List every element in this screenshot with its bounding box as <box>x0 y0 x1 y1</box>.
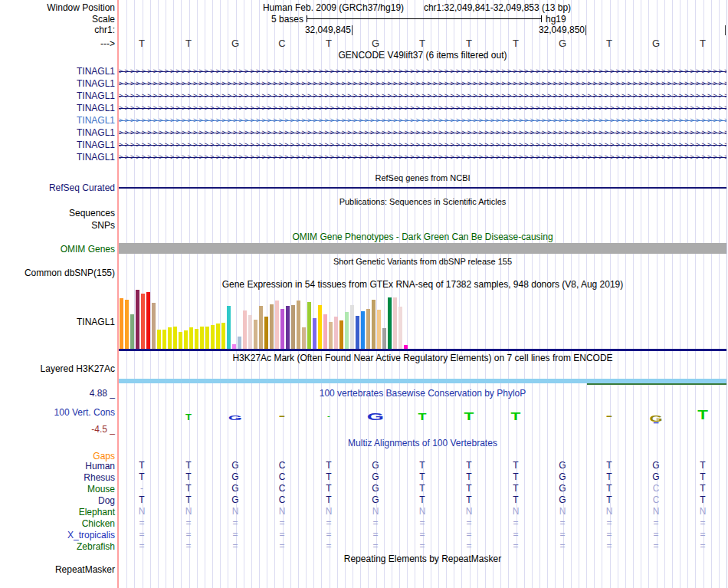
gtex-tissue-bar[interactable] <box>372 300 375 349</box>
gtex-tissue-bar[interactable] <box>302 327 306 349</box>
gtex-tissue-bar[interactable] <box>168 327 172 349</box>
gtex-tissue-bar[interactable] <box>179 332 182 349</box>
gencode-transcript-row[interactable]: >>>>>>>>>>>>>>>>>>>>>>>>>>>>>>>>>>>>>>>>… <box>119 80 726 88</box>
track-label-tinagl1[interactable]: TINAGL1 <box>77 152 115 163</box>
gtex-tissue-bar[interactable] <box>189 327 193 349</box>
gtex-tissue-bar[interactable] <box>120 298 123 349</box>
track-label-tinagl1[interactable]: TINAGL1 <box>77 127 115 138</box>
gtex-tissue-bar[interactable] <box>248 315 252 349</box>
omim-gene-bar[interactable] <box>119 243 726 254</box>
gtex-tissue-bar[interactable] <box>211 325 215 349</box>
gtex-tissue-bar[interactable] <box>323 314 327 349</box>
gtex-tissue-bar[interactable] <box>345 312 349 349</box>
species-label-chicken[interactable]: Chicken <box>82 518 115 529</box>
alignment-base: G <box>633 461 679 471</box>
gtex-tissue-bar[interactable] <box>350 305 354 349</box>
gtex-tissue-bar[interactable] <box>162 330 166 349</box>
alignment-base: G <box>212 472 258 482</box>
gtex-tissue-bar[interactable] <box>398 307 402 349</box>
gtex-tissue-bar[interactable] <box>221 323 225 349</box>
gtex-tissue-bar[interactable] <box>125 300 129 349</box>
track-label-tinagl1[interactable]: TINAGL1 <box>77 140 115 150</box>
transcript-arrows: >>>>>>>>>>>>>>>>>>>>>>>>>>>>>>>>>>>>>>>>… <box>119 92 726 100</box>
gtex-tissue-bar[interactable] <box>136 290 139 349</box>
gtex-tissue-bar[interactable] <box>334 317 338 349</box>
species-label-zebrafish[interactable]: Zebrafish <box>77 541 115 552</box>
gtex-tissue-bar[interactable] <box>388 297 392 349</box>
genome-label: hg19 <box>546 14 566 25</box>
species-label-rhesus[interactable]: Rhesus <box>84 472 115 483</box>
gtex-tissue-bar[interactable] <box>195 329 198 349</box>
gtex-tissue-bar[interactable] <box>313 318 316 349</box>
track-label-gaps[interactable]: Gaps <box>93 451 115 462</box>
refseq-gene-bar[interactable] <box>119 187 726 189</box>
gtex-tissue-bar[interactable] <box>318 305 322 349</box>
gtex-tissue-bar[interactable] <box>291 305 295 349</box>
track-label-tinagl1[interactable]: TINAGL1 <box>77 103 115 113</box>
alignment-base: T <box>166 461 212 471</box>
alignment-base: T <box>586 472 632 482</box>
gtex-tissue-bar[interactable] <box>382 328 386 349</box>
species-label-human[interactable]: Human <box>85 461 115 471</box>
gencode-transcript-row[interactable]: >>>>>>>>>>>>>>>>>>>>>>>>>>>>>>>>>>>>>>>>… <box>119 153 726 162</box>
species-label-dog[interactable]: Dog <box>98 495 115 506</box>
gtex-tissue-bar[interactable] <box>130 314 134 349</box>
gtex-tissue-bar[interactable] <box>173 327 177 349</box>
track-label-repeatmasker[interactable]: RepeatMasker <box>55 564 115 575</box>
track-label-gtex-tinagl1[interactable]: TINAGL1 <box>77 317 115 327</box>
gtex-tissue-bar[interactable] <box>200 327 204 349</box>
track-label-common-dbsnp[interactable]: Common dbSNP(155) <box>25 268 115 278</box>
gtex-tissue-bar[interactable] <box>157 330 161 349</box>
track-label-tinagl1[interactable]: TINAGL1 <box>77 78 115 89</box>
gtex-tissue-bar[interactable] <box>270 304 274 349</box>
track-label-layered-h3k27ac[interactable]: Layered H3K27Ac <box>41 363 115 374</box>
gtex-tissue-bar[interactable] <box>238 337 241 349</box>
gtex-tissue-bar[interactable] <box>280 309 284 349</box>
transcript-arrows: >>>>>>>>>>>>>>>>>>>>>>>>>>>>>>>>>>>>>>>>… <box>119 141 726 149</box>
species-label-elephant[interactable]: Elephant <box>79 507 115 517</box>
gtex-tissue-bar[interactable] <box>356 316 359 349</box>
alignment-base: C <box>633 495 679 505</box>
gtex-tissue-bar[interactable] <box>393 297 397 349</box>
alignment-base: = <box>586 518 632 528</box>
track-label-100-vert-cons[interactable]: 100 Vert. Cons <box>54 407 115 418</box>
gtex-tissue-bar[interactable] <box>297 301 300 349</box>
track-label-tinagl1[interactable]: TINAGL1 <box>77 115 115 126</box>
gtex-tissue-bar[interactable] <box>141 294 145 349</box>
gtex-tissue-bar[interactable] <box>307 302 311 349</box>
gtex-tissue-bar[interactable] <box>377 310 381 349</box>
gtex-tissue-bar[interactable] <box>286 306 290 349</box>
gtex-tissue-bar[interactable] <box>184 330 188 349</box>
gencode-transcript-row[interactable]: >>>>>>>>>>>>>>>>>>>>>>>>>>>>>>>>>>>>>>>>… <box>119 129 726 137</box>
gencode-transcript-row[interactable]: >>>>>>>>>>>>>>>>>>>>>>>>>>>>>>>>>>>>>>>>… <box>119 92 726 100</box>
gtex-tissue-bar[interactable] <box>227 306 231 349</box>
genome-browser-image[interactable]: Window Position Human Feb. 2009 (GRCh37/… <box>0 0 728 588</box>
gencode-transcript-row[interactable]: >>>>>>>>>>>>>>>>>>>>>>>>>>>>>>>>>>>>>>>>… <box>119 104 726 113</box>
track-label-sequences[interactable]: Sequences <box>69 208 115 218</box>
species-label-x_tropicalis[interactable]: X_tropicalis <box>67 530 115 540</box>
track-label-tinagl1[interactable]: TINAGL1 <box>77 90 115 101</box>
gtex-tissue-bar[interactable] <box>329 322 333 349</box>
gtex-tissue-bar[interactable] <box>146 292 150 349</box>
gencode-transcript-row[interactable]: >>>>>>>>>>>>>>>>>>>>>>>>>>>>>>>>>>>>>>>>… <box>119 141 726 149</box>
gtex-tissue-bar[interactable] <box>243 310 247 349</box>
gtex-tissue-bar[interactable] <box>264 317 268 349</box>
gtex-tissue-bar[interactable] <box>361 311 365 349</box>
species-label-mouse[interactable]: Mouse <box>87 484 115 494</box>
track-label-omim-genes[interactable]: OMIM Genes <box>61 244 115 255</box>
gtex-tissue-bar[interactable] <box>216 324 220 349</box>
transcript-arrows: >>>>>>>>>>>>>>>>>>>>>>>>>>>>>>>>>>>>>>>>… <box>119 80 726 88</box>
track-label-tinagl1[interactable]: TINAGL1 <box>77 66 115 77</box>
gtex-tissue-bar[interactable] <box>366 309 370 349</box>
gtex-tissue-bar[interactable] <box>339 320 343 349</box>
gtex-tissue-bar[interactable] <box>205 327 209 349</box>
track-label-snps[interactable]: SNPs <box>91 220 115 231</box>
gencode-transcript-row[interactable]: >>>>>>>>>>>>>>>>>>>>>>>>>>>>>>>>>>>>>>>>… <box>119 117 726 125</box>
gencode-transcript-row[interactable]: >>>>>>>>>>>>>>>>>>>>>>>>>>>>>>>>>>>>>>>>… <box>119 67 726 76</box>
gtex-tissue-bar[interactable] <box>259 306 263 349</box>
alignment-base: G <box>212 461 258 471</box>
gtex-tissue-bar[interactable] <box>152 303 156 349</box>
gtex-tissue-bar[interactable] <box>254 320 257 349</box>
gtex-tissue-bar[interactable] <box>275 301 279 349</box>
track-label-refseq-curated[interactable]: RefSeq Curated <box>49 182 115 193</box>
